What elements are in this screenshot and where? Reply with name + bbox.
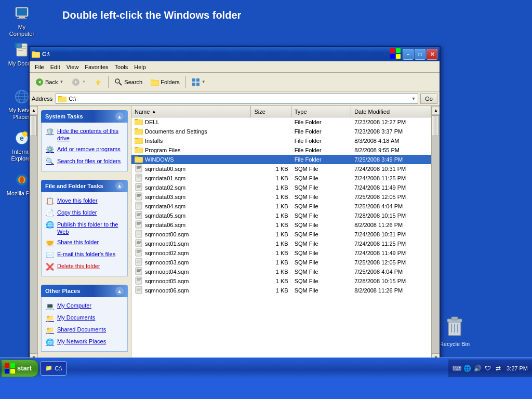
svg-line-40 (119, 83, 122, 85)
table-row[interactable]: Program FilesFile Folder8/2/2008 9:55 PM (131, 145, 431, 155)
file-type: SQM File (291, 174, 352, 183)
share-folder-link[interactable]: 🤝 Share this folder (44, 237, 125, 249)
tray-icon-volume[interactable]: 🔊 (473, 364, 482, 373)
file-folder-tasks-collapse[interactable]: ▲ (115, 182, 124, 190)
table-row[interactable]: sqmdata05.sqm1 KBSQM File7/28/2008 10:15… (131, 211, 431, 220)
right-scrollbar-track[interactable] (432, 114, 440, 353)
minimize-button[interactable]: – (403, 49, 414, 60)
menu-edit[interactable]: Edit (47, 63, 63, 71)
menu-tools[interactable]: Tools (112, 63, 131, 71)
scroll-up-button[interactable]: ▲ (30, 106, 38, 114)
table-row[interactable]: Documents and SettingsFile Folder7/23/20… (131, 127, 431, 136)
file-type: SQM File (291, 239, 352, 248)
tray-icon-network[interactable]: 🌐 (463, 364, 471, 373)
copy-folder-link[interactable]: 📄 Copy this folder (44, 207, 125, 219)
other-my-computer-link[interactable]: 💻 My Computer (44, 300, 125, 312)
table-row[interactable]: sqmnoopt06.sqm1 KBSQM File8/2/2008 11:26… (131, 286, 431, 295)
my-computer-label: My Computer (5, 24, 38, 37)
close-button[interactable]: ✕ (427, 49, 437, 60)
back-button[interactable]: Back ▼ (32, 75, 67, 89)
email-folder-link[interactable]: ✉️ E-mail this folder's files (44, 249, 125, 261)
address-dropdown-arrow[interactable]: ▼ (411, 96, 416, 101)
file-icon (135, 239, 143, 248)
svg-rect-2 (19, 17, 25, 18)
maximize-button[interactable]: □ (415, 49, 425, 60)
forward-button[interactable]: ▼ (68, 75, 89, 89)
recycle-bin-label: Recycle Bin (440, 341, 470, 347)
table-row[interactable]: WINDOWSFile Folder7/25/2008 3:49 PM (131, 155, 431, 164)
other-places-collapse[interactable]: ▲ (115, 287, 124, 295)
other-my-network-link[interactable]: 🌐 My Network Places (44, 336, 125, 348)
other-shared-documents-link[interactable]: 📁 Shared Documents (44, 324, 125, 336)
col-header-name[interactable]: Name ▲ (131, 106, 251, 117)
desktop-icon-my-computer[interactable]: My Computer (5, 5, 38, 37)
table-row[interactable]: sqmdata06.sqm1 KBSQM File8/2/2008 11:26 … (131, 220, 431, 230)
search-button[interactable]: Search (111, 75, 146, 89)
system-tasks-header[interactable]: System Tasks ▲ (41, 110, 128, 123)
system-tasks-collapse[interactable]: ▲ (115, 112, 124, 121)
other-places-header[interactable]: Other Places ▲ (41, 285, 128, 297)
col-header-date[interactable]: Date Modified (351, 106, 431, 117)
menu-view[interactable]: View (63, 63, 82, 71)
tray-icon-security[interactable]: 🛡 (484, 364, 492, 373)
table-row[interactable]: sqmdata00.sqm1 KBSQM File7/24/2008 10:31… (131, 164, 431, 174)
taskbar-item-explorer[interactable]: 📁 C:\ (41, 361, 66, 376)
scrollbar-track[interactable] (30, 114, 37, 353)
menu-help[interactable]: Help (131, 63, 149, 71)
file-date: 8/3/2008 4:18 AM (351, 136, 431, 145)
folders-button[interactable]: Folders (147, 75, 183, 89)
address-input-wrap[interactable]: C:\ ▼ (56, 94, 418, 104)
views-dropdown-arrow[interactable]: ▼ (202, 79, 206, 84)
table-row[interactable]: sqmnoopt03.sqm1 KBSQM File7/25/2008 12:0… (131, 258, 431, 267)
table-row[interactable]: sqmnoopt01.sqm1 KBSQM File7/24/2008 11:2… (131, 239, 431, 248)
up-button[interactable] (90, 75, 106, 89)
tray-icon-keyboard[interactable]: ⌨ (453, 364, 461, 373)
table-row[interactable]: sqmdata02.sqm1 KBSQM File7/24/2008 11:49… (131, 183, 431, 192)
delete-folder-link[interactable]: ❌ Delete this folder (44, 261, 125, 273)
hide-contents-link[interactable]: 🛡️ Hide the contents of this drive (44, 126, 125, 144)
table-row[interactable]: sqmnoopt04.sqm1 KBSQM File7/25/2008 4:04… (131, 267, 431, 276)
tray-icon-arrows[interactable]: ⇄ (494, 364, 502, 373)
menu-file[interactable]: File (32, 63, 47, 71)
table-row[interactable]: DELLFile Folder7/23/2008 12:27 PM (131, 117, 431, 127)
svg-rect-77 (137, 187, 140, 188)
other-my-computer-icon: 💻 (46, 302, 54, 311)
go-button[interactable]: Go (420, 94, 437, 104)
menu-favorites[interactable]: Favorites (82, 63, 111, 71)
table-row[interactable]: sqmnoopt00.sqm1 KBSQM File7/24/2008 10:3… (131, 230, 431, 239)
right-scrollbar[interactable]: ▲ ▼ (431, 106, 440, 362)
desktop-icon-recycle-bin[interactable]: Recycle Bin (440, 314, 470, 347)
svg-rect-122 (5, 363, 9, 368)
publish-folder-link[interactable]: 🌐 Publish this folder to the Web (44, 219, 125, 237)
col-header-type[interactable]: Type (291, 106, 352, 117)
file-folder-tasks-header[interactable]: File and Folder Tasks ▲ (41, 180, 128, 192)
svg-rect-120 (137, 289, 141, 289)
search-files-link[interactable]: 🔍 Search for files or folders (44, 156, 125, 168)
table-row[interactable]: sqmdata01.sqm1 KBSQM File7/24/2008 11:25… (131, 174, 431, 183)
table-row[interactable]: sqmnoopt02.sqm1 KBSQM File7/24/2008 11:4… (131, 248, 431, 258)
svg-rect-89 (137, 215, 140, 216)
views-button[interactable]: ▼ (188, 75, 209, 89)
main-content: ▲ ▼ System Tasks ▲ 🛡️ (30, 106, 440, 362)
left-scrollbar[interactable]: ▲ ▼ (30, 106, 38, 362)
move-folder-link[interactable]: 📋 Move this folder (44, 195, 125, 207)
file-size: 1 KB (251, 248, 291, 258)
start-button[interactable]: start (1, 360, 38, 377)
file-date: 7/24/2008 11:25 PM (351, 174, 431, 183)
scrollbar-thumb[interactable] (30, 115, 37, 136)
address-text[interactable]: C:\ (69, 96, 411, 102)
table-row[interactable]: sqmnoopt05.sqm1 KBSQM File7/28/2008 10:1… (131, 276, 431, 286)
table-row[interactable]: sqmdata03.sqm1 KBSQM File7/25/2008 12:05… (131, 192, 431, 202)
table-row[interactable]: InstallsFile Folder8/3/2008 4:18 AM (131, 136, 431, 145)
table-row[interactable]: sqmdata04.sqm1 KBSQM File7/25/2008 4:04 … (131, 202, 431, 211)
right-scrollbar-thumb[interactable] (432, 115, 439, 136)
add-remove-link[interactable]: ⚙️ Add or remove programs (44, 144, 125, 156)
svg-rect-44 (192, 78, 195, 82)
col-header-size[interactable]: Size (251, 106, 291, 117)
svg-rect-119 (137, 288, 141, 288)
other-my-documents-link[interactable]: 📁 My Documents (44, 312, 125, 324)
back-dropdown-arrow[interactable]: ▼ (59, 79, 63, 84)
forward-dropdown-arrow[interactable]: ▼ (82, 79, 86, 84)
right-scroll-up[interactable]: ▲ (432, 106, 440, 114)
search-icon (114, 78, 123, 86)
